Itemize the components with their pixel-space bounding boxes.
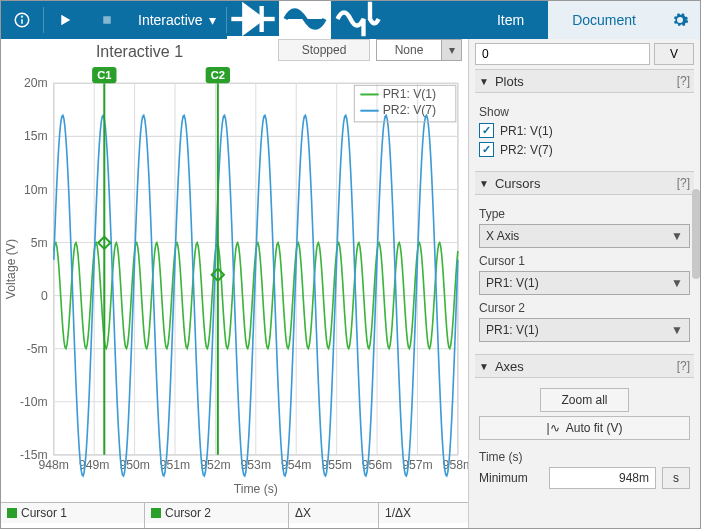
ac-mode-icon[interactable] — [279, 1, 331, 39]
cursor2-label: Cursor 2 — [479, 301, 690, 315]
svg-text:952m: 952m — [200, 458, 230, 472]
cursor-type-select[interactable]: X Axis▼ — [479, 224, 690, 248]
svg-text:Voltage (V): Voltage (V) — [4, 239, 18, 299]
plots-section-header[interactable]: ▼ Plots [?] — [475, 69, 694, 93]
time-axis-label: Time (s) — [479, 450, 690, 464]
dx-value: 2.8180 ms — [289, 523, 378, 529]
svg-text:Time (s): Time (s) — [234, 482, 278, 496]
help-icon[interactable]: [?] — [677, 359, 690, 373]
stop-icon[interactable] — [86, 1, 128, 39]
show-pr1-checkbox[interactable]: ✓ PR1: V(1) — [479, 123, 690, 138]
minimum-label: Minimum — [479, 471, 543, 485]
chevron-down-icon: ▼ — [671, 323, 683, 337]
svg-text:954m: 954m — [281, 458, 311, 472]
show-label: Show — [479, 105, 690, 119]
svg-marker-3 — [61, 15, 70, 26]
transient-mode-icon[interactable] — [331, 1, 383, 39]
svg-text:957m: 957m — [402, 458, 432, 472]
collapse-icon: ▼ — [479, 178, 489, 189]
svg-text:15m: 15m — [24, 129, 48, 143]
top-toolbar: Interactive ▾ Item Document — [1, 1, 700, 39]
svg-text:955m: 955m — [321, 458, 351, 472]
svg-text:-5m: -5m — [27, 342, 48, 356]
cursor-table: Cursor 1 949.25 ms, 4.9764 mV Cursor 2 9… — [1, 502, 468, 529]
cursor1-value: 949.25 ms, 4.9764 mV — [1, 523, 144, 529]
chevron-down-icon: ▾ — [441, 40, 461, 60]
svg-text:956m: 956m — [362, 458, 392, 472]
minimum-unit-select[interactable]: s — [662, 467, 690, 489]
plot-dropdown[interactable]: None ▾ — [376, 39, 462, 61]
unit-select[interactable]: V — [654, 43, 694, 65]
svg-text:-15m: -15m — [20, 448, 48, 462]
cursors-section-header[interactable]: ▼ Cursors [?] — [475, 171, 694, 195]
scrollbar-thumb[interactable] — [692, 189, 700, 279]
help-icon[interactable]: [?] — [677, 74, 690, 88]
mode-dropdown[interactable]: Interactive ▾ — [128, 1, 226, 39]
checkbox-icon: ✓ — [479, 142, 494, 157]
svg-text:949m: 949m — [79, 458, 109, 472]
chevron-down-icon: ▼ — [671, 276, 683, 290]
collapse-icon: ▼ — [479, 361, 489, 372]
auto-fit-button[interactable]: |∿ Auto fit (V) — [479, 416, 690, 440]
diode-mode-icon[interactable] — [227, 1, 279, 39]
cursor-color-icon — [151, 508, 161, 518]
zoom-all-button[interactable]: Zoom all — [540, 388, 628, 412]
type-label: Type — [479, 207, 690, 221]
plot-title: Interactive 1 — [1, 39, 278, 61]
gear-icon[interactable] — [660, 1, 700, 39]
cursor1-select[interactable]: PR1: V(1)▼ — [479, 271, 690, 295]
cursor2-select[interactable]: PR1: V(1)▼ — [479, 318, 690, 342]
cursor-color-icon — [7, 508, 17, 518]
sim-status: Stopped — [278, 39, 370, 61]
info-icon[interactable] — [1, 1, 43, 39]
play-icon[interactable] — [44, 1, 86, 39]
properties-panel: 0 V ▼ Plots [?] Show ✓ PR1: V(1) ✓ — [468, 39, 700, 528]
chevron-down-icon: ▾ — [209, 12, 216, 28]
svg-text:958m: 958m — [443, 458, 468, 472]
svg-text:C1: C1 — [97, 69, 111, 81]
cursor2-value: 952.06 ms, 1.9754 mV — [145, 523, 288, 529]
svg-text:953m: 953m — [241, 458, 271, 472]
checkbox-icon: ✓ — [479, 123, 494, 138]
autofit-icon: |∿ — [547, 421, 560, 435]
svg-text:0: 0 — [41, 289, 48, 303]
inv-dx-value: 354.87 Hz — [379, 523, 468, 529]
svg-text:PR1: V(1): PR1: V(1) — [383, 87, 436, 101]
svg-text:951m: 951m — [160, 458, 190, 472]
svg-text:PR2: V(7): PR2: V(7) — [383, 103, 436, 117]
mode-dropdown-label: Interactive — [138, 12, 203, 28]
show-pr2-checkbox[interactable]: ✓ PR2: V(7) — [479, 142, 690, 157]
svg-text:-10m: -10m — [20, 395, 48, 409]
svg-marker-6 — [244, 6, 261, 32]
svg-rect-4 — [103, 16, 111, 24]
help-icon[interactable]: [?] — [677, 176, 690, 190]
collapse-icon: ▼ — [479, 76, 489, 87]
svg-point-2 — [22, 16, 23, 17]
svg-text:10m: 10m — [24, 183, 48, 197]
svg-text:C2: C2 — [211, 69, 225, 81]
chevron-down-icon: ▼ — [671, 229, 683, 243]
plot-area[interactable]: 948m949m950m951m952m953m954m955m956m957m… — [1, 61, 468, 502]
svg-text:950m: 950m — [119, 458, 149, 472]
cursor1-label: Cursor 1 — [479, 254, 690, 268]
value-input[interactable]: 0 — [475, 43, 650, 65]
minimum-input[interactable]: 948m — [549, 467, 656, 489]
tab-document[interactable]: Document — [548, 1, 660, 39]
svg-text:20m: 20m — [24, 76, 48, 90]
tab-item[interactable]: Item — [473, 1, 548, 39]
axes-section-header[interactable]: ▼ Axes [?] — [475, 354, 694, 378]
svg-text:5m: 5m — [31, 236, 48, 250]
